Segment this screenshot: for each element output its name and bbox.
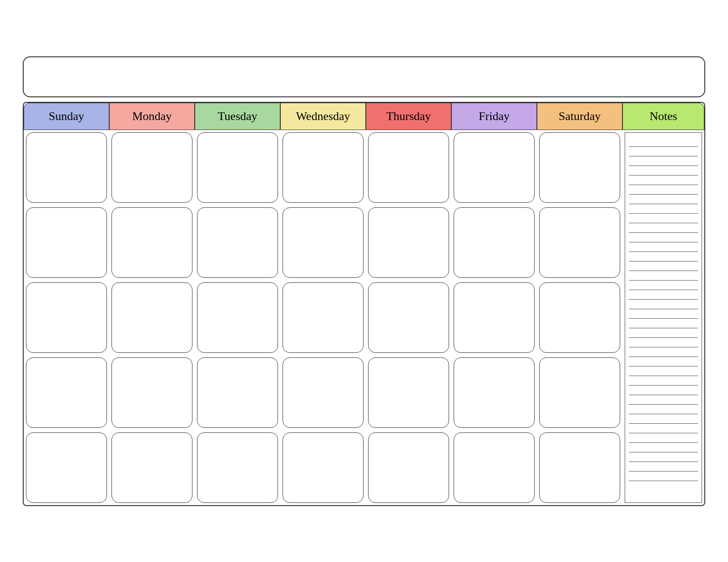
cell-w2-thu[interactable] <box>368 207 449 278</box>
cell-w5-sat[interactable] <box>539 432 620 503</box>
notes-line <box>629 472 698 481</box>
cell-w1-tue[interactable] <box>197 132 278 203</box>
notes-line <box>629 357 698 366</box>
notes-line <box>629 281 698 290</box>
notes-line <box>629 214 698 223</box>
cell-w4-sat[interactable] <box>539 357 620 428</box>
notes-line <box>629 433 698 443</box>
cell-w5-mon[interactable] <box>111 432 192 503</box>
cell-w2-sun[interactable] <box>26 207 107 278</box>
cell-w1-wed[interactable] <box>283 132 364 203</box>
notes-line <box>629 443 698 452</box>
header-notes: Notes <box>622 103 704 130</box>
notes-line <box>629 137 698 147</box>
notes-line <box>629 300 698 309</box>
cell-w1-sun[interactable] <box>26 132 107 203</box>
cell-w1-fri[interactable] <box>454 132 535 203</box>
cell-w3-fri[interactable] <box>454 282 535 353</box>
cell-w2-fri[interactable] <box>454 207 535 278</box>
header-thursday: Thursday <box>366 103 451 130</box>
header-wednesday: Wednesday <box>280 103 366 130</box>
header-saturday: Saturday <box>537 103 622 130</box>
notes-line <box>629 405 698 414</box>
notes-line <box>629 386 698 395</box>
cell-w3-mon[interactable] <box>111 282 192 353</box>
cell-w4-wed[interactable] <box>283 357 364 428</box>
header-monday: Monday <box>109 103 195 130</box>
header-friday: Friday <box>451 103 537 130</box>
cell-w1-sat[interactable] <box>539 132 620 203</box>
notes-line <box>629 271 698 281</box>
cell-w4-mon[interactable] <box>111 357 192 428</box>
notes-line <box>629 328 698 338</box>
notes-line <box>629 185 698 195</box>
notes-line <box>629 204 698 214</box>
notes-line <box>629 195 698 204</box>
calendar-wrapper: Sunday Monday Tuesday Wednesday Thursday… <box>23 56 705 506</box>
cell-w5-thu[interactable] <box>368 432 449 503</box>
cell-w2-sat[interactable] <box>539 207 620 278</box>
header-tuesday: Tuesday <box>195 103 280 130</box>
notes-line <box>629 309 698 319</box>
notes-line <box>629 176 698 185</box>
notes-line <box>629 319 698 328</box>
cell-w1-mon[interactable] <box>111 132 192 203</box>
notes-line <box>629 242 698 252</box>
cell-w2-wed[interactable] <box>283 207 364 278</box>
notes-line <box>629 338 698 347</box>
cell-w3-sat[interactable] <box>539 282 620 353</box>
notes-line <box>629 366 698 376</box>
calendar-grid: Sunday Monday Tuesday Wednesday Thursday… <box>23 102 705 506</box>
cell-w5-tue[interactable] <box>197 432 278 503</box>
cell-w4-thu[interactable] <box>368 357 449 428</box>
notes-line <box>629 376 698 386</box>
notes-line <box>629 462 698 472</box>
cell-w3-sun[interactable] <box>26 282 107 353</box>
cell-w3-wed[interactable] <box>283 282 364 353</box>
cell-w4-sun[interactable] <box>26 357 107 428</box>
cell-w5-fri[interactable] <box>454 432 535 503</box>
cell-w3-tue[interactable] <box>197 282 278 353</box>
cell-w3-thu[interactable] <box>368 282 449 353</box>
notes-line <box>629 252 698 261</box>
notes-line <box>629 452 698 462</box>
cell-w2-tue[interactable] <box>197 207 278 278</box>
notes-line <box>629 347 698 357</box>
cell-w5-wed[interactable] <box>283 432 364 503</box>
notes-line <box>629 424 698 433</box>
notes-line <box>629 395 698 405</box>
notes-line <box>629 233 698 242</box>
notes-column[interactable] <box>625 132 702 503</box>
notes-line <box>629 290 698 300</box>
cell-w1-thu[interactable] <box>368 132 449 203</box>
notes-line <box>629 156 698 166</box>
cell-w4-fri[interactable] <box>454 357 535 428</box>
notes-line <box>629 223 698 233</box>
notes-line <box>629 147 698 156</box>
notes-line <box>629 261 698 271</box>
cell-w4-tue[interactable] <box>197 357 278 428</box>
cell-w2-mon[interactable] <box>111 207 192 278</box>
notes-line <box>629 414 698 424</box>
cell-w5-sun[interactable] <box>26 432 107 503</box>
header-sunday: Sunday <box>24 103 109 130</box>
title-bar[interactable] <box>23 56 705 97</box>
notes-line <box>629 166 698 176</box>
